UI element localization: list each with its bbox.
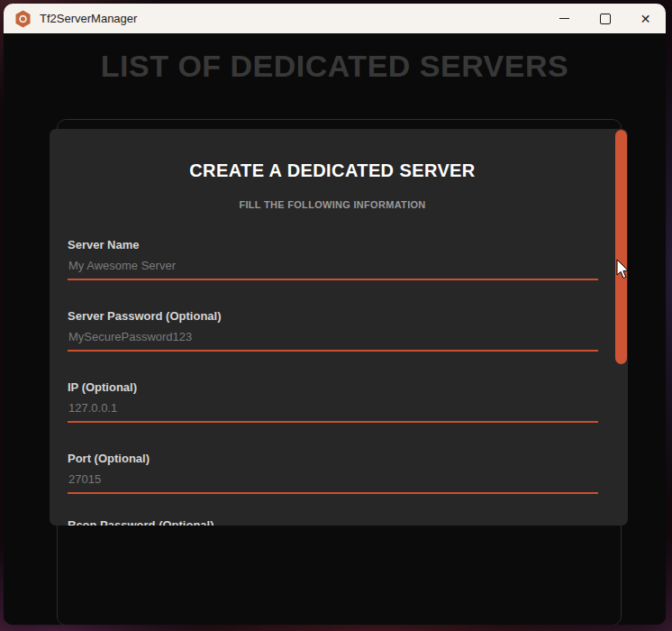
field-ip: IP (Optional) bbox=[68, 380, 598, 423]
server-name-label: Server Name bbox=[68, 238, 598, 251]
minimize-icon bbox=[559, 18, 569, 19]
port-label: Port (Optional) bbox=[68, 452, 598, 465]
window-controls: ✕ bbox=[544, 4, 666, 33]
close-button[interactable]: ✕ bbox=[625, 4, 666, 33]
modal-subtitle: FILL THE FOLLOWING INFORMATION bbox=[50, 199, 615, 210]
ip-input[interactable] bbox=[68, 401, 598, 423]
maximize-button[interactable] bbox=[585, 4, 625, 33]
rcon-password-label: Rcon Password (Optional) bbox=[68, 518, 598, 526]
field-server-password: Server Password (Optional) bbox=[68, 309, 598, 352]
maximize-icon bbox=[600, 14, 611, 24]
server-password-label: Server Password (Optional) bbox=[68, 309, 598, 323]
server-password-input[interactable] bbox=[68, 330, 598, 352]
modal-scrollbar-thumb[interactable] bbox=[615, 130, 627, 364]
server-name-input[interactable] bbox=[68, 259, 598, 280]
field-rcon-password: Rcon Password (Optional) bbox=[68, 518, 598, 526]
field-port: Port (Optional) bbox=[68, 452, 598, 494]
app-logo-icon bbox=[14, 10, 32, 28]
main-page: LIST OF DEDICATED SERVERS CREATE A DEDIC… bbox=[4, 33, 666, 625]
create-server-modal: CREATE A DEDICATED SERVER FILL THE FOLLO… bbox=[50, 129, 628, 526]
port-input[interactable] bbox=[68, 472, 598, 494]
ip-label: IP (Optional) bbox=[68, 380, 598, 394]
field-server-name: Server Name bbox=[68, 238, 598, 280]
window-title: Tf2ServerManager bbox=[40, 12, 137, 25]
minimize-button[interactable] bbox=[544, 4, 585, 33]
app-window: Tf2ServerManager ✕ LIST OF DEDICATED SER… bbox=[4, 4, 666, 625]
title-bar[interactable]: Tf2ServerManager ✕ bbox=[4, 4, 666, 33]
close-icon: ✕ bbox=[640, 13, 651, 25]
page-title: LIST OF DEDICATED SERVERS bbox=[4, 33, 666, 84]
modal-title: CREATE A DEDICATED SERVER bbox=[50, 160, 615, 181]
